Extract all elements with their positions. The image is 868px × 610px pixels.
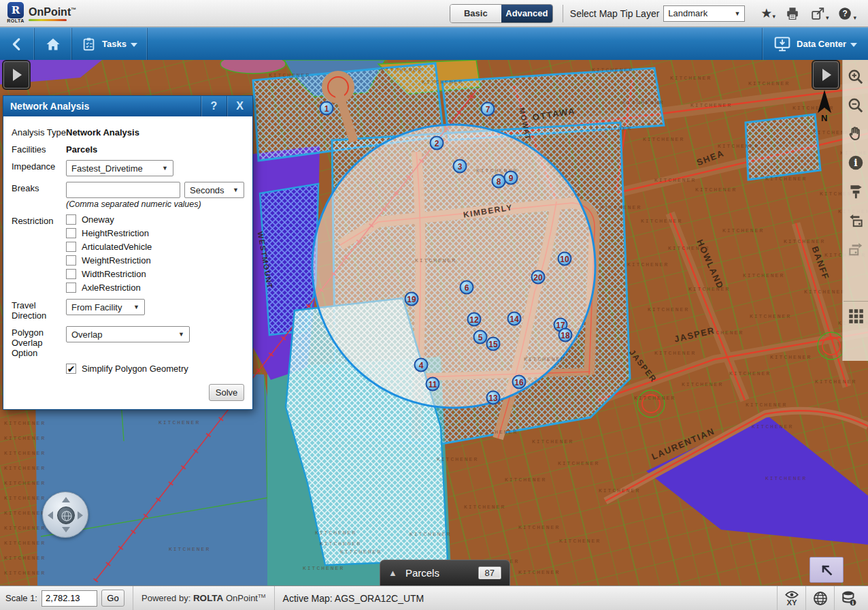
go-button[interactable]: Go	[101, 590, 124, 607]
restriction-widthrestriction[interactable]: WidthRestriction	[66, 269, 152, 279]
restriction-checkbox[interactable]	[66, 269, 76, 279]
restriction-axlerestriction[interactable]: AxleRestriction	[66, 283, 152, 293]
restriction-articulatedvehicle[interactable]: ArticulatedVehicle	[66, 242, 152, 252]
svg-text:i: i	[854, 157, 857, 168]
breaks-input[interactable]	[66, 182, 180, 198]
advanced-mode-button[interactable]: Advanced	[501, 5, 552, 22]
rolta-logo-text: ROLTA	[7, 18, 24, 23]
restriction-checkbox[interactable]	[66, 228, 76, 238]
map-marker-10[interactable]: 10	[558, 252, 572, 266]
layer-grid-button[interactable]	[844, 301, 868, 330]
simplify-polygon-checkbox[interactable]: ✔	[66, 364, 76, 374]
export-icon	[809, 6, 826, 21]
restriction-checkbox[interactable]	[66, 283, 76, 293]
globe-icon	[812, 590, 829, 607]
travel-direction-select[interactable]: From Facility ▼	[66, 299, 145, 315]
pan-hand-button[interactable]	[844, 120, 867, 148]
pan-down-icon[interactable]	[62, 527, 70, 532]
restriction-heightrestriction[interactable]: HeightRestriction	[66, 228, 152, 238]
divider	[133, 586, 133, 610]
zoom-in-button[interactable]	[844, 63, 867, 91]
map-tip-layer-value: Landmark	[668, 8, 734, 18]
map-marker-18[interactable]: 18	[558, 328, 573, 342]
map-marker-1[interactable]: 1	[320, 101, 334, 116]
polygon-overlap-label: Polygon Overlap Option	[12, 326, 66, 358]
powered-by-text: Powered by: ROLTA OnPointTM	[141, 593, 266, 603]
scale-input[interactable]	[41, 590, 97, 607]
pan-up-icon[interactable]	[62, 497, 70, 502]
map-marker-12[interactable]: 12	[467, 312, 482, 327]
next-extent-button[interactable]	[844, 234, 867, 263]
data-source-info-button[interactable]: i	[834, 586, 863, 610]
projection-globe-button[interactable]	[805, 586, 834, 610]
pan-right-icon[interactable]	[78, 511, 83, 519]
pan-navigation-widget[interactable]	[42, 492, 88, 538]
favorites-star-button[interactable]: ★ ▾	[761, 7, 775, 20]
map-tip-layer-select[interactable]: Landmark ▼	[663, 5, 745, 22]
simplify-polygon-row[interactable]: ✔ Simplify Polygon Geometry	[66, 364, 188, 374]
map-marker-5[interactable]: 5	[473, 330, 488, 344]
dialog-help-button[interactable]: ?	[201, 96, 227, 116]
previous-extent-button[interactable]	[844, 206, 867, 234]
map-marker-4[interactable]: 4	[414, 358, 429, 372]
parcels-results-tab[interactable]: ▲ Parcels 87	[380, 560, 510, 585]
print-button[interactable]	[785, 6, 800, 21]
tasks-clipboard-icon	[82, 36, 97, 52]
restriction-weightrestriction[interactable]: WeightRestriction	[66, 255, 152, 266]
map-marker-14[interactable]: 14	[507, 312, 522, 326]
map-marker-11[interactable]: 11	[426, 377, 440, 391]
chevron-down-icon: ▾	[772, 13, 775, 20]
chevron-down-icon: ▼	[734, 10, 740, 17]
map-marker-16[interactable]: 16	[512, 375, 527, 389]
right-panel-expand-button[interactable]	[813, 61, 839, 89]
restriction-checkbox[interactable]	[66, 214, 76, 225]
data-center-label: Data Center	[797, 39, 846, 49]
analysis-type-value: Network Analysis	[66, 126, 139, 138]
restore-view-button[interactable]	[809, 557, 844, 583]
expand-right-icon	[822, 69, 831, 81]
tasks-menu-button[interactable]: Tasks	[72, 28, 148, 60]
breaks-unit-select[interactable]: Seconds ▼	[184, 182, 244, 198]
dialog-title: Network Analysis	[3, 96, 201, 116]
impedance-select[interactable]: Fastest_Drivetime ▼	[66, 160, 173, 176]
tasks-label: Tasks	[102, 39, 127, 49]
map-marker-13[interactable]: 13	[486, 391, 501, 405]
map-marker-3[interactable]: 3	[453, 159, 467, 174]
globe-center-icon[interactable]	[57, 507, 75, 524]
pan-left-icon[interactable]	[48, 511, 53, 519]
map-marker-19[interactable]: 19	[405, 292, 419, 306]
dialog-close-button[interactable]: X	[227, 96, 252, 116]
restriction-checkbox[interactable]	[66, 242, 76, 252]
back-button[interactable]	[0, 28, 35, 60]
chevron-up-icon: ▲	[388, 568, 397, 578]
left-panel-expand-button[interactable]	[3, 61, 29, 89]
home-button[interactable]	[35, 28, 72, 60]
map-marker-20[interactable]: 20	[531, 270, 546, 285]
restriction-oneway[interactable]: Oneway	[66, 214, 152, 225]
identify-info-button[interactable]: i	[844, 148, 867, 177]
solve-button[interactable]: Solve	[209, 384, 244, 401]
facilities-value: Parcels	[66, 143, 97, 155]
export-share-button[interactable]: ▾	[809, 6, 829, 21]
chevron-down-icon: ▼	[178, 331, 184, 338]
basic-mode-button[interactable]: Basic	[450, 5, 501, 22]
help-button[interactable]: ? ▾	[838, 6, 856, 21]
map-marker-7[interactable]: 7	[481, 102, 495, 116]
brand-gradient-bar	[29, 19, 67, 21]
map-marker-6[interactable]: 6	[460, 280, 474, 295]
directions-signpost-button[interactable]	[844, 177, 867, 206]
rolta-logo-icon: R	[7, 2, 24, 18]
restriction-label: Restriction	[12, 214, 66, 226]
chevron-down-icon: ▼	[133, 304, 139, 310]
dialog-header[interactable]: Network Analysis ? X	[3, 96, 252, 116]
data-center-button[interactable]: Data Center	[762, 28, 868, 60]
impedance-label: Impedance	[12, 160, 66, 172]
map-marker-15[interactable]: 15	[486, 337, 501, 351]
xy-coordinates-button[interactable]: XY	[777, 586, 805, 610]
map-marker-9[interactable]: 9	[504, 171, 518, 185]
map-canvas[interactable]: OTTAWAMOWATSHEAHOWLANDBANFFJASPERJASPERK…	[0, 60, 868, 585]
zoom-out-button[interactable]	[844, 91, 867, 120]
polygon-overlap-select[interactable]: Overlap ▼	[66, 326, 190, 342]
map-marker-2[interactable]: 2	[430, 136, 444, 150]
restriction-checkbox[interactable]	[66, 255, 76, 266]
